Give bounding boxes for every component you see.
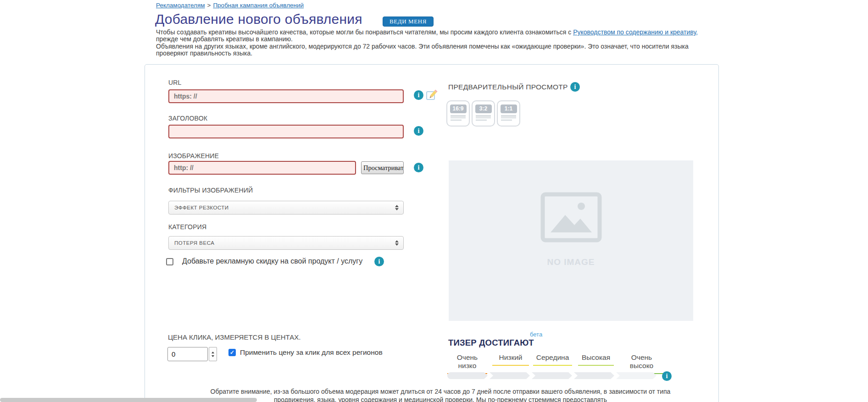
reach-level-3: Высокая (578, 353, 614, 366)
price-input-group (167, 347, 217, 361)
image-label: ИЗОБРАЖЕНИЕ (168, 152, 219, 160)
ratio-16-9-label: 16:9 (450, 105, 467, 113)
price-input[interactable] (167, 347, 208, 361)
discount-checkbox-label[interactable]: Добавьте рекламную скидку на свой продук… (182, 257, 362, 265)
headline-input[interactable] (168, 125, 404, 138)
intro-p1-before: Чтобы создавать креативы высочайшего кач… (156, 28, 573, 36)
headline-label: ЗАГОЛОВОК (168, 115, 207, 122)
breadcrumb-link-trial-campaign[interactable]: Пробная кампания объявлений (213, 2, 304, 9)
category-value: ПОТЕРЯ ВЕСА (174, 240, 214, 246)
select-arrows-icon (395, 205, 399, 210)
ratio-button-16-9[interactable]: 16:9 (446, 100, 470, 127)
ratio-button-1-1[interactable]: 1:1 (497, 100, 520, 127)
preview-image-placeholder: NO IMAGE (449, 160, 693, 321)
url-input[interactable] (168, 89, 404, 103)
preview-info-icon[interactable] (570, 82, 580, 92)
ratio-button-3-2[interactable]: 3:2 (472, 100, 495, 127)
breadcrumb-link-advertisers[interactable]: Рекламодателям (156, 2, 205, 9)
intro-p1-after: прежде чем добавлять креативы в кампанию… (156, 35, 293, 43)
horizontal-scrollbar-thumb[interactable] (0, 398, 257, 402)
number-spinner-icon[interactable] (209, 347, 217, 361)
breadcrumb: Рекламодателям>Пробная кампания объявлен… (156, 2, 304, 9)
ratio-1-1-label: 1:1 (501, 105, 517, 113)
image-url-input[interactable] (168, 161, 356, 175)
apply-all-checkbox-label[interactable]: Применить цену за клик для всех регионов (240, 348, 383, 357)
reach-segment (616, 372, 657, 379)
preview-label: ПРЕДВАРИТЕЛЬНЫЙ ПРОСМОТР (448, 83, 568, 91)
browse-button[interactable]: Просматривать (361, 161, 404, 174)
reach-level-2: Середина (533, 353, 572, 366)
pencil-icon (425, 88, 438, 101)
intro-paragraph-1: Чтобы создавать креативы высочайшего кач… (156, 29, 721, 43)
reach-segment (574, 372, 614, 379)
category-label: КАТЕГОРИЯ (168, 223, 206, 231)
breadcrumb-separator: > (207, 2, 211, 9)
ratio-3-2-label: 3:2 (475, 105, 492, 113)
image-filters-label: ФИЛЬТРЫ ИЗОБРАЖЕНИЙ (168, 187, 253, 194)
reach-info-icon[interactable] (662, 371, 672, 381)
category-select[interactable]: ПОТЕРЯ ВЕСА (168, 236, 404, 250)
beta-badge: бета (530, 331, 542, 338)
url-edit-icon[interactable] (425, 88, 438, 101)
intro-text: Чтобы создавать креативы высочайшего кач… (156, 29, 721, 57)
reach-level-0: Очень низко (447, 353, 487, 374)
discount-info-icon[interactable] (374, 257, 384, 266)
reach-segment (532, 372, 572, 379)
reach-segment (447, 372, 488, 379)
headline-info-icon[interactable] (414, 126, 423, 136)
url-label: URL (168, 79, 182, 86)
moderation-note: Обратите внимание, из-за большого объема… (209, 388, 672, 402)
price-label: ЦЕНА КЛИКА, ИЗМЕРЯЕТСЯ В ЦЕНТАХ. (168, 333, 300, 341)
intro-paragraph-2: Объявления на других языках, кроме англи… (156, 43, 721, 57)
apply-all-checkbox[interactable] (228, 349, 236, 356)
reach-segment (490, 372, 530, 379)
teaser-reach-title: ТИЗЕР ДОСТИГАЮТ (448, 338, 534, 348)
discount-checkbox[interactable] (166, 258, 173, 265)
image-placeholder-icon (537, 190, 606, 245)
page-title: Добавление нового объявления (155, 11, 362, 27)
reach-level-4: Очень высоко (619, 353, 664, 374)
image-filters-value: ЭФФЕКТ РЕЗКОСТИ (174, 205, 229, 210)
no-image-text: NO IMAGE (547, 257, 595, 267)
page: Рекламодателям>Пробная кампания объявлен… (0, 0, 868, 402)
image-info-icon[interactable] (414, 163, 423, 172)
reach-level-1: Низкий (492, 353, 529, 366)
image-filters-select[interactable]: ЭФФЕКТ РЕЗКОСТИ (168, 201, 404, 215)
content-guidelines-link[interactable]: Руководством по содержанию и креативу, (573, 28, 698, 36)
url-info-icon[interactable] (414, 90, 423, 100)
reach-progress-bar (447, 372, 657, 379)
select-arrows-icon (395, 240, 399, 246)
guide-me-button[interactable]: ВЕДИ МЕНЯ (383, 17, 434, 27)
